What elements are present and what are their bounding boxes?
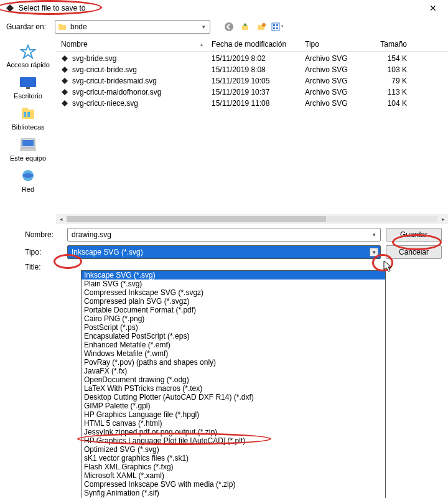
col-date[interactable]: Fecha de modificación: [212, 40, 305, 49]
filetype-option[interactable]: JavaFX (*.fx): [82, 367, 385, 375]
filetype-select[interactable]: Inkscape SVG (*.svg) ▾: [67, 245, 381, 259]
file-type: Archivo SVG: [305, 99, 367, 108]
place-label: Escritorio: [0, 92, 56, 100]
filetype-option[interactable]: PovRay (*.pov) (paths and shapes only): [82, 358, 385, 367]
filetype-dropdown[interactable]: Inkscape SVG (*.svg)Plain SVG (*.svg)Com…: [81, 270, 386, 498]
up-button[interactable]: [239, 21, 251, 33]
place-network[interactable]: Red: [0, 168, 56, 193]
col-name[interactable]: Nombre▴: [56, 40, 212, 49]
chevron-down-icon[interactable]: ▾: [370, 230, 378, 239]
svg-rect-20: [22, 140, 34, 146]
desktop-icon: [18, 75, 38, 91]
filetype-option[interactable]: HP Graphics Language file (*.hpgl): [82, 410, 385, 419]
scroll-right-button[interactable]: ▸: [438, 214, 448, 224]
scroll-track[interactable]: [67, 216, 437, 222]
filetype-option[interactable]: Optimized SVG (*.svg): [82, 445, 385, 454]
file-row[interactable]: svg-bride.svg15/11/2019 8:02Archivo SVG1…: [56, 53, 448, 64]
file-row[interactable]: svg-cricut-maidofhonor.svg15/11/2019 10:…: [56, 87, 448, 98]
filetype-option[interactable]: Desktop Cutting Plotter (AutoCAD DXF R14…: [82, 393, 385, 402]
nav-toolbar: [223, 21, 284, 33]
view-menu-button[interactable]: [271, 21, 284, 33]
place-libraries[interactable]: Bibliotecas: [0, 106, 56, 131]
folder-combo[interactable]: bride ▾: [55, 20, 210, 34]
svg-rect-11: [276, 27, 278, 29]
place-desktop[interactable]: Escritorio: [0, 75, 56, 100]
titlebar: Select file to save to ✕: [0, 0, 448, 16]
svg-marker-25: [62, 78, 68, 84]
file-row[interactable]: svg-cricut-bride.svg15/11/2019 8:08Archi…: [56, 64, 448, 75]
scroll-thumb[interactable]: [67, 216, 326, 222]
col-type[interactable]: Tipo: [305, 40, 367, 49]
filetype-option[interactable]: OpenDocument drawing (*.odg): [82, 375, 385, 384]
back-button[interactable]: [223, 21, 235, 33]
filetype-option[interactable]: HP Graphics Language Plot file [AutoCAD]…: [82, 436, 385, 445]
file-name: svg-cricut-bridesmaid.svg: [72, 77, 157, 85]
place-label: Bibliotecas: [0, 123, 56, 131]
computer-icon: [18, 137, 38, 153]
place-this-pc[interactable]: Este equipo: [0, 137, 56, 162]
svg-marker-26: [62, 89, 68, 95]
filetype-option[interactable]: Plain SVG (*.svg): [82, 280, 385, 288]
save-in-label: Guardar en:: [6, 22, 50, 31]
filetype-label: Tipo:: [6, 248, 62, 256]
filetype-option[interactable]: Enhanced Metafile (*.emf): [82, 341, 385, 349]
svg-rect-4: [242, 26, 248, 30]
save-button[interactable]: Guardar: [386, 228, 442, 242]
column-headers[interactable]: Nombre▴ Fecha de modificación Tipo Tamañ…: [56, 37, 448, 52]
svg-point-6: [262, 23, 266, 27]
file-date: 15/11/2019 10:05: [212, 77, 305, 85]
filetype-option[interactable]: Compressed plain SVG (*.svgz): [82, 297, 385, 306]
filetype-option[interactable]: PostScript (*.ps): [82, 323, 385, 332]
place-quick-access[interactable]: Acceso rápido: [0, 44, 56, 68]
close-button[interactable]: ✕: [423, 3, 443, 13]
filetype-option[interactable]: LaTeX With PSTricks macros (*.tex): [82, 384, 385, 393]
filetype-option[interactable]: GIMP Palette (*.gpl): [82, 402, 385, 410]
svg-rect-21: [20, 148, 36, 151]
place-label: Red: [0, 186, 56, 193]
filetype-option[interactable]: Cairo PNG (*.png): [82, 314, 385, 323]
svg-rect-2: [58, 24, 62, 26]
file-size: 154 K: [367, 54, 411, 63]
file-type: Archivo SVG: [305, 88, 367, 96]
filetype-option[interactable]: Microsoft XAML (*.xaml): [82, 471, 385, 480]
filetype-option[interactable]: HTML 5 canvas (*.html): [82, 419, 385, 428]
file-list: svg-bride.svg15/11/2019 8:02Archivo SVG1…: [56, 52, 448, 109]
svg-marker-12: [21, 45, 35, 58]
file-size: 104 K: [367, 99, 411, 108]
place-label: Acceso rápido: [0, 61, 56, 68]
file-row[interactable]: svg-cricut-niece.svg15/11/2019 11:08Arch…: [56, 98, 448, 109]
file-size: 113 K: [367, 88, 411, 96]
svg-marker-24: [62, 67, 68, 73]
filetype-option[interactable]: Synfig Animation (*.sif): [82, 489, 385, 497]
filetype-option[interactable]: Compressed Inkscape SVG with media (*.zi…: [82, 480, 385, 489]
cancel-button[interactable]: Cancelar: [386, 245, 442, 259]
new-folder-button[interactable]: [255, 21, 268, 33]
svg-rect-9: [276, 24, 278, 26]
horizontal-scrollbar[interactable]: ◂ ▸: [56, 214, 448, 224]
filetype-option[interactable]: Windows Metafile (*.wmf): [82, 349, 385, 358]
file-date: 15/11/2019 8:02: [212, 54, 305, 63]
dialog-title: Select file to save to: [19, 4, 423, 12]
folder-name: bride: [70, 22, 87, 31]
chevron-down-icon: ▾: [199, 22, 208, 31]
col-size[interactable]: Tamaño: [367, 40, 411, 49]
file-icon: [61, 66, 68, 73]
body: Acceso rápido Escritorio Bibliotecas Est…: [0, 37, 448, 224]
chevron-down-icon[interactable]: ▾: [370, 248, 378, 256]
filetype-value: Inkscape SVG (*.svg): [72, 248, 143, 256]
file-row[interactable]: svg-cricut-bridesmaid.svg15/11/2019 10:0…: [56, 75, 448, 87]
filetype-option[interactable]: Encapsulated PostScript (*.eps): [82, 332, 385, 341]
filetype-option[interactable]: Inkscape SVG (*.svg): [82, 271, 385, 280]
svg-rect-10: [273, 27, 275, 29]
toolbar: Guardar en: bride ▾: [0, 16, 448, 37]
filename-input[interactable]: drawing.svg ▾: [67, 228, 381, 242]
filetype-option[interactable]: Compressed Inkscape SVG (*.svgz): [82, 288, 385, 297]
scroll-left-button[interactable]: ◂: [56, 214, 66, 224]
file-name: svg-cricut-bride.svg: [72, 65, 137, 74]
filetype-option[interactable]: Flash XML Graphics (*.fxg): [82, 463, 385, 471]
filetype-option[interactable]: JessyInk zipped pdf or png output (*.zip…: [82, 428, 385, 436]
bottom-form: Nombre: drawing.svg ▾ Guardar Tipo: Inks…: [0, 224, 448, 271]
svg-marker-23: [62, 55, 68, 62]
filetype-option[interactable]: Portable Document Format (*.pdf): [82, 306, 385, 314]
filetype-option[interactable]: sK1 vector graphics files (*.sk1): [82, 454, 385, 463]
